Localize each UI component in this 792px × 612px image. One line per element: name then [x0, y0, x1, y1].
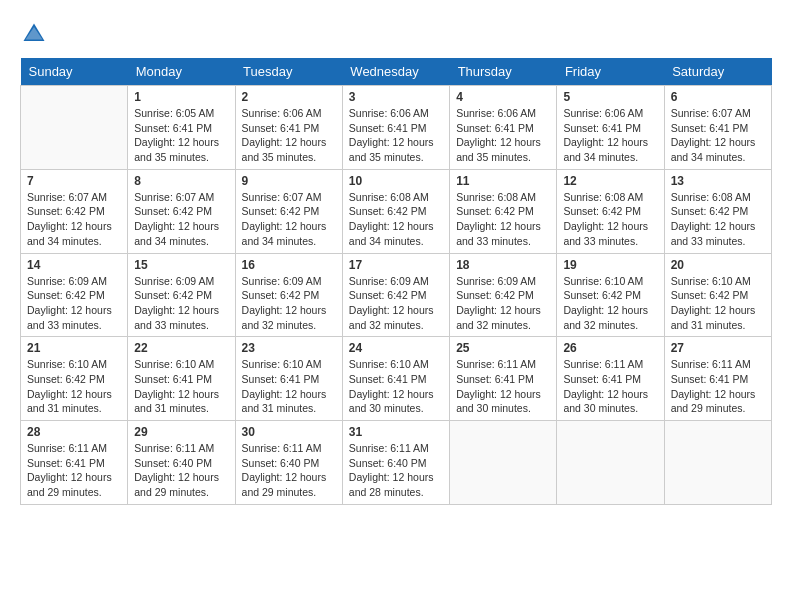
day-number: 3 [349, 90, 443, 104]
week-row-3: 21Sunrise: 6:10 AM Sunset: 6:42 PM Dayli… [21, 337, 772, 421]
day-number: 30 [242, 425, 336, 439]
day-info: Sunrise: 6:07 AM Sunset: 6:42 PM Dayligh… [27, 190, 121, 249]
day-cell: 7Sunrise: 6:07 AM Sunset: 6:42 PM Daylig… [21, 169, 128, 253]
week-row-2: 14Sunrise: 6:09 AM Sunset: 6:42 PM Dayli… [21, 253, 772, 337]
day-info: Sunrise: 6:11 AM Sunset: 6:41 PM Dayligh… [563, 357, 657, 416]
day-number: 18 [456, 258, 550, 272]
day-number: 23 [242, 341, 336, 355]
day-info: Sunrise: 6:11 AM Sunset: 6:40 PM Dayligh… [134, 441, 228, 500]
week-row-0: 1Sunrise: 6:05 AM Sunset: 6:41 PM Daylig… [21, 86, 772, 170]
day-info: Sunrise: 6:10 AM Sunset: 6:42 PM Dayligh… [671, 274, 765, 333]
day-info: Sunrise: 6:11 AM Sunset: 6:41 PM Dayligh… [671, 357, 765, 416]
day-cell: 23Sunrise: 6:10 AM Sunset: 6:41 PM Dayli… [235, 337, 342, 421]
day-number: 6 [671, 90, 765, 104]
day-cell: 12Sunrise: 6:08 AM Sunset: 6:42 PM Dayli… [557, 169, 664, 253]
day-cell: 4Sunrise: 6:06 AM Sunset: 6:41 PM Daylig… [450, 86, 557, 170]
day-cell: 25Sunrise: 6:11 AM Sunset: 6:41 PM Dayli… [450, 337, 557, 421]
day-number: 11 [456, 174, 550, 188]
day-number: 24 [349, 341, 443, 355]
day-cell [21, 86, 128, 170]
day-cell: 11Sunrise: 6:08 AM Sunset: 6:42 PM Dayli… [450, 169, 557, 253]
logo-icon [20, 20, 48, 48]
header-day-monday: Monday [128, 58, 235, 86]
day-info: Sunrise: 6:11 AM Sunset: 6:41 PM Dayligh… [456, 357, 550, 416]
day-cell: 2Sunrise: 6:06 AM Sunset: 6:41 PM Daylig… [235, 86, 342, 170]
day-info: Sunrise: 6:11 AM Sunset: 6:40 PM Dayligh… [349, 441, 443, 500]
day-info: Sunrise: 6:07 AM Sunset: 6:42 PM Dayligh… [134, 190, 228, 249]
header-day-thursday: Thursday [450, 58, 557, 86]
day-cell: 9Sunrise: 6:07 AM Sunset: 6:42 PM Daylig… [235, 169, 342, 253]
header-day-saturday: Saturday [664, 58, 771, 86]
day-cell: 20Sunrise: 6:10 AM Sunset: 6:42 PM Dayli… [664, 253, 771, 337]
day-cell: 13Sunrise: 6:08 AM Sunset: 6:42 PM Dayli… [664, 169, 771, 253]
day-cell: 22Sunrise: 6:10 AM Sunset: 6:41 PM Dayli… [128, 337, 235, 421]
day-info: Sunrise: 6:07 AM Sunset: 6:41 PM Dayligh… [671, 106, 765, 165]
calendar-table: SundayMondayTuesdayWednesdayThursdayFrid… [20, 58, 772, 505]
day-cell: 31Sunrise: 6:11 AM Sunset: 6:40 PM Dayli… [342, 421, 449, 505]
day-number: 16 [242, 258, 336, 272]
day-info: Sunrise: 6:11 AM Sunset: 6:40 PM Dayligh… [242, 441, 336, 500]
day-cell: 26Sunrise: 6:11 AM Sunset: 6:41 PM Dayli… [557, 337, 664, 421]
day-info: Sunrise: 6:10 AM Sunset: 6:42 PM Dayligh… [563, 274, 657, 333]
day-info: Sunrise: 6:11 AM Sunset: 6:41 PM Dayligh… [27, 441, 121, 500]
day-cell: 16Sunrise: 6:09 AM Sunset: 6:42 PM Dayli… [235, 253, 342, 337]
day-cell: 3Sunrise: 6:06 AM Sunset: 6:41 PM Daylig… [342, 86, 449, 170]
day-info: Sunrise: 6:06 AM Sunset: 6:41 PM Dayligh… [349, 106, 443, 165]
day-info: Sunrise: 6:06 AM Sunset: 6:41 PM Dayligh… [456, 106, 550, 165]
day-number: 21 [27, 341, 121, 355]
day-cell: 6Sunrise: 6:07 AM Sunset: 6:41 PM Daylig… [664, 86, 771, 170]
day-number: 27 [671, 341, 765, 355]
day-cell: 19Sunrise: 6:10 AM Sunset: 6:42 PM Dayli… [557, 253, 664, 337]
day-number: 2 [242, 90, 336, 104]
header-day-wednesday: Wednesday [342, 58, 449, 86]
day-info: Sunrise: 6:09 AM Sunset: 6:42 PM Dayligh… [456, 274, 550, 333]
header-day-tuesday: Tuesday [235, 58, 342, 86]
day-number: 10 [349, 174, 443, 188]
day-cell: 10Sunrise: 6:08 AM Sunset: 6:42 PM Dayli… [342, 169, 449, 253]
week-row-4: 28Sunrise: 6:11 AM Sunset: 6:41 PM Dayli… [21, 421, 772, 505]
day-cell [664, 421, 771, 505]
day-cell [450, 421, 557, 505]
day-info: Sunrise: 6:06 AM Sunset: 6:41 PM Dayligh… [563, 106, 657, 165]
day-cell: 8Sunrise: 6:07 AM Sunset: 6:42 PM Daylig… [128, 169, 235, 253]
day-number: 7 [27, 174, 121, 188]
day-info: Sunrise: 6:05 AM Sunset: 6:41 PM Dayligh… [134, 106, 228, 165]
day-info: Sunrise: 6:06 AM Sunset: 6:41 PM Dayligh… [242, 106, 336, 165]
day-cell: 27Sunrise: 6:11 AM Sunset: 6:41 PM Dayli… [664, 337, 771, 421]
day-number: 8 [134, 174, 228, 188]
day-info: Sunrise: 6:10 AM Sunset: 6:42 PM Dayligh… [27, 357, 121, 416]
calendar-header: SundayMondayTuesdayWednesdayThursdayFrid… [21, 58, 772, 86]
header-row: SundayMondayTuesdayWednesdayThursdayFrid… [21, 58, 772, 86]
day-info: Sunrise: 6:09 AM Sunset: 6:42 PM Dayligh… [134, 274, 228, 333]
header-day-friday: Friday [557, 58, 664, 86]
day-number: 13 [671, 174, 765, 188]
day-number: 19 [563, 258, 657, 272]
day-info: Sunrise: 6:10 AM Sunset: 6:41 PM Dayligh… [349, 357, 443, 416]
day-info: Sunrise: 6:08 AM Sunset: 6:42 PM Dayligh… [563, 190, 657, 249]
page-header [20, 20, 772, 48]
day-info: Sunrise: 6:07 AM Sunset: 6:42 PM Dayligh… [242, 190, 336, 249]
day-cell: 18Sunrise: 6:09 AM Sunset: 6:42 PM Dayli… [450, 253, 557, 337]
day-cell: 28Sunrise: 6:11 AM Sunset: 6:41 PM Dayli… [21, 421, 128, 505]
day-info: Sunrise: 6:09 AM Sunset: 6:42 PM Dayligh… [242, 274, 336, 333]
day-number: 15 [134, 258, 228, 272]
day-number: 22 [134, 341, 228, 355]
day-cell: 21Sunrise: 6:10 AM Sunset: 6:42 PM Dayli… [21, 337, 128, 421]
day-number: 14 [27, 258, 121, 272]
day-info: Sunrise: 6:10 AM Sunset: 6:41 PM Dayligh… [242, 357, 336, 416]
day-info: Sunrise: 6:08 AM Sunset: 6:42 PM Dayligh… [456, 190, 550, 249]
day-number: 9 [242, 174, 336, 188]
day-number: 12 [563, 174, 657, 188]
day-cell: 1Sunrise: 6:05 AM Sunset: 6:41 PM Daylig… [128, 86, 235, 170]
day-number: 26 [563, 341, 657, 355]
day-cell: 5Sunrise: 6:06 AM Sunset: 6:41 PM Daylig… [557, 86, 664, 170]
day-number: 5 [563, 90, 657, 104]
day-info: Sunrise: 6:08 AM Sunset: 6:42 PM Dayligh… [349, 190, 443, 249]
day-info: Sunrise: 6:08 AM Sunset: 6:42 PM Dayligh… [671, 190, 765, 249]
day-number: 4 [456, 90, 550, 104]
day-cell: 17Sunrise: 6:09 AM Sunset: 6:42 PM Dayli… [342, 253, 449, 337]
calendar-body: 1Sunrise: 6:05 AM Sunset: 6:41 PM Daylig… [21, 86, 772, 505]
day-cell: 30Sunrise: 6:11 AM Sunset: 6:40 PM Dayli… [235, 421, 342, 505]
day-number: 1 [134, 90, 228, 104]
header-day-sunday: Sunday [21, 58, 128, 86]
